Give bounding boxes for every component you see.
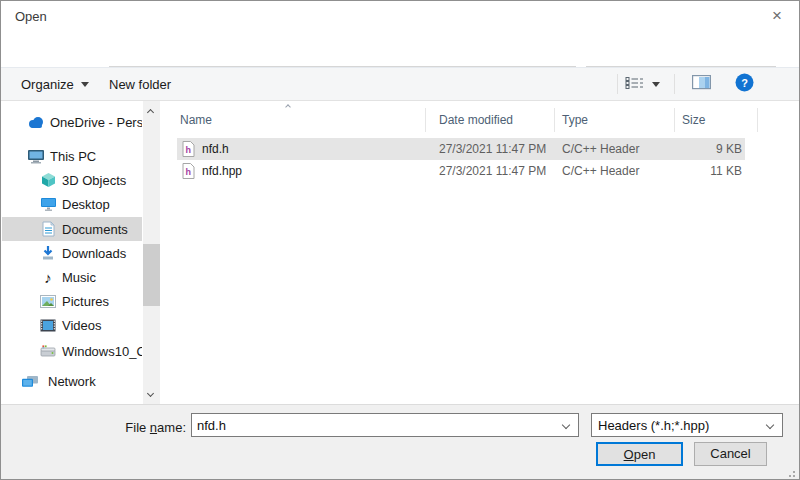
preview-pane-button[interactable] <box>692 68 711 100</box>
column-header-date-modified[interactable]: Date modified <box>439 113 513 127</box>
sidebar-item-label: Downloads <box>62 246 126 261</box>
column-separator[interactable] <box>674 108 675 132</box>
sort-ascending-icon <box>285 104 291 110</box>
sidebar-item-videos[interactable]: Videos <box>2 313 142 337</box>
sidebar-item-3d-objects[interactable]: 3D Objects <box>2 168 142 192</box>
scrollbar-thumb[interactable] <box>143 244 160 306</box>
sidebar-item-music[interactable]: ♪ Music <box>2 265 142 289</box>
label-part: ame: <box>157 420 186 435</box>
file-name-field[interactable] <box>191 413 579 437</box>
file-size: 9 KB <box>642 142 742 156</box>
file-date: 27/3/2021 11:47 PM <box>439 164 546 178</box>
sidebar-item-this-pc[interactable]: This PC <box>2 144 142 168</box>
organize-button[interactable]: Organize <box>21 68 89 100</box>
sidebar-item-downloads[interactable]: Downloads <box>2 241 142 265</box>
file-name-dropdown-chevron-icon[interactable] <box>562 421 570 429</box>
file-name-input[interactable] <box>197 415 547 435</box>
sidebar-item-label: This PC <box>50 149 96 164</box>
svg-text:h: h <box>186 167 192 177</box>
list-column-headers: Name Date modified Type Size <box>163 104 800 134</box>
file-name: nfd.h <box>202 142 229 156</box>
main-content: OneDrive - Personal This PC 3D Objects D… <box>2 101 800 404</box>
picture-icon <box>38 291 58 311</box>
views-dropdown-caret-icon <box>652 82 660 87</box>
title-bar: Open × <box>1 1 799 31</box>
file-type: C/C++ Header <box>562 142 639 156</box>
sidebar-item-label: Desktop <box>62 197 110 212</box>
resize-grip[interactable] <box>785 467 795 477</box>
toolbar-separator <box>674 74 675 94</box>
document-icon <box>38 219 58 239</box>
3d-cube-icon <box>38 170 58 190</box>
header-file-icon: h <box>182 141 195 160</box>
navigation-bar: ← → ↑ « GitHub › nativefiledialog › src … <box>1 31 799 67</box>
file-name-label: File name: <box>91 420 186 435</box>
sidebar-item-label: Documents <box>62 222 128 237</box>
help-icon: ? <box>735 73 754 95</box>
sidebar-item-desktop[interactable]: Desktop <box>2 192 142 216</box>
column-separator[interactable] <box>757 108 758 132</box>
music-note-icon: ♪ <box>38 267 58 287</box>
column-separator[interactable] <box>554 108 555 132</box>
sidebar-item-label: Music <box>62 270 96 285</box>
new-folder-label: New folder <box>109 77 171 92</box>
file-type-value: Headers (*.h;*.hpp) <box>598 418 709 433</box>
disk-drive-icon <box>38 341 58 361</box>
file-date: 27/3/2021 11:47 PM <box>439 142 546 156</box>
sidebar-item-pictures[interactable]: Pictures <box>2 289 142 313</box>
sidebar-item-documents[interactable]: Documents <box>2 217 142 241</box>
sidebar-item-label: OneDrive - Personal <box>50 115 142 130</box>
details-view-icon <box>625 76 645 93</box>
column-separator[interactable] <box>425 108 426 132</box>
file-size: 11 KB <box>642 164 742 178</box>
scroll-up-icon[interactable] <box>147 109 154 116</box>
file-type-select[interactable]: Headers (*.h;*.hpp) <box>591 413 783 437</box>
header-file-icon: h <box>182 163 195 182</box>
label-mnemonic: n <box>150 420 157 435</box>
help-button[interactable]: ? <box>735 68 754 100</box>
label-part: File <box>125 420 150 435</box>
film-icon <box>38 315 58 335</box>
column-header-size[interactable]: Size <box>682 113 705 127</box>
desktop-icon <box>38 194 58 214</box>
organize-label: Organize <box>21 77 74 92</box>
sidebar-item-label: 3D Objects <box>62 173 126 188</box>
file-type: C/C++ Header <box>562 164 639 178</box>
download-arrow-icon <box>38 243 58 263</box>
svg-text:?: ? <box>741 77 748 89</box>
sidebar-item-onedrive[interactable]: OneDrive - Personal <box>2 110 142 134</box>
file-row-nfd-h[interactable]: h nfd.h 27/3/2021 11:47 PM C/C++ Header … <box>177 138 745 160</box>
column-header-name[interactable]: Name <box>180 113 212 127</box>
new-folder-button[interactable]: New folder <box>109 68 171 100</box>
open-label: pen <box>634 447 656 462</box>
sidebar-scrollbar[interactable] <box>143 101 160 404</box>
views-button[interactable] <box>625 68 660 100</box>
open-dialog-window: Open × ← → ↑ « GitHub › nativefiledialog… <box>0 0 800 480</box>
sidebar-item-label: Pictures <box>62 294 109 309</box>
sidebar-item-label: Videos <box>62 318 102 333</box>
dialog-footer: File name: Headers (*.h;*.hpp) Open Canc… <box>1 404 799 480</box>
open-mnemonic: O <box>624 447 634 462</box>
sidebar-item-network[interactable]: Network <box>2 369 142 393</box>
scroll-down-icon[interactable] <box>147 390 154 397</box>
network-icon <box>20 371 40 391</box>
sidebar-item-windows10-os[interactable]: Windows10_OS ( <box>2 339 142 363</box>
onedrive-cloud-icon <box>26 112 46 132</box>
computer-icon <box>26 146 46 166</box>
toolbar-separator <box>617 74 618 94</box>
command-toolbar: Organize New folder ? <box>1 67 799 101</box>
cancel-button[interactable]: Cancel <box>694 442 767 466</box>
sidebar-item-label: Network <box>48 374 96 389</box>
close-icon[interactable]: × <box>761 3 793 29</box>
file-row-nfd-hpp[interactable]: h nfd.hpp 27/3/2021 11:47 PM C/C++ Heade… <box>177 160 745 182</box>
organize-dropdown-caret-icon <box>81 82 89 87</box>
window-title: Open <box>15 9 47 24</box>
preview-pane-icon <box>692 75 711 93</box>
file-name: nfd.hpp <box>202 164 242 178</box>
svg-text:h: h <box>186 145 192 155</box>
open-button[interactable]: Open <box>596 442 683 466</box>
file-type-dropdown-chevron-icon <box>766 421 774 429</box>
column-header-type[interactable]: Type <box>562 113 588 127</box>
sidebar-item-label: Windows10_OS ( <box>62 344 142 359</box>
